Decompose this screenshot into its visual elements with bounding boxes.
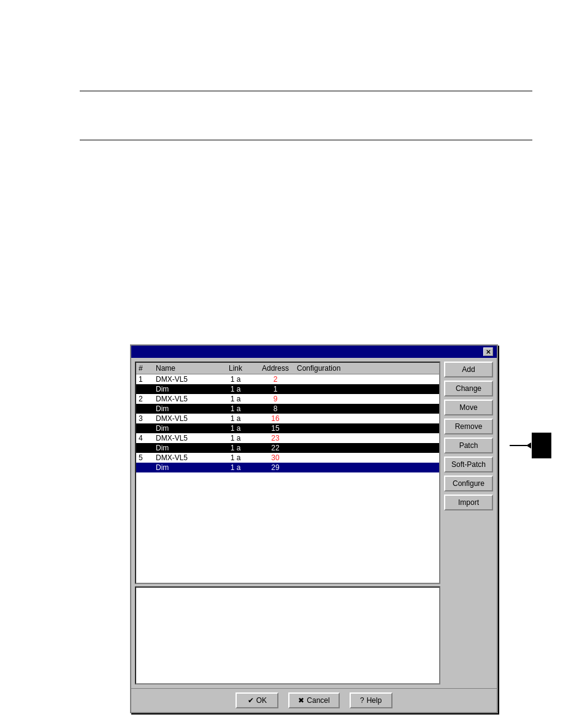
cell-config — [297, 404, 437, 413]
help-icon: ? — [360, 696, 364, 705]
cell-address: 29 — [254, 463, 297, 472]
cell-name: Dim — [156, 444, 217, 452]
cell-name: Dim — [156, 385, 217, 393]
cell-num: 5 — [139, 453, 156, 462]
add-button[interactable]: Add — [444, 362, 493, 377]
cell-link: 1 a — [217, 444, 254, 452]
patch-arrow-indicator — [510, 442, 531, 449]
ok-label: OK — [256, 696, 267, 705]
table-row[interactable]: Dim 1 a 8 — [136, 404, 439, 414]
table-row[interactable]: Dim 1 a 15 — [136, 423, 439, 433]
change-button[interactable]: Change — [444, 381, 493, 396]
cell-num — [139, 444, 156, 452]
cell-name: DMX-VL5 — [156, 414, 217, 423]
soft-patch-button[interactable]: Soft-Patch — [444, 457, 493, 472]
cell-link: 1 a — [217, 385, 254, 393]
import-button[interactable]: Import — [444, 495, 493, 510]
cell-address: 8 — [254, 404, 297, 413]
header-address: Address — [254, 364, 297, 373]
configure-button[interactable]: Configure — [444, 476, 493, 491]
ok-button[interactable]: ✔ OK — [236, 692, 278, 708]
fixture-setup-dialog: ✕ # Name Link Address Configuration 1 DM — [130, 344, 498, 713]
cell-config — [297, 414, 437, 423]
table-row[interactable]: 4 DMX-VL5 1 a 23 — [136, 433, 439, 443]
table-rows[interactable]: 1 DMX-VL5 1 a 2 Dim 1 a 1 2 DMX-VL5 1 a … — [136, 374, 439, 583]
header-link: Link — [217, 364, 254, 373]
top-divider — [80, 91, 532, 91]
dialog-titlebar: ✕ — [131, 346, 497, 358]
cell-num — [139, 404, 156, 413]
header-name: Name — [156, 364, 217, 373]
table-row[interactable]: Dim 1 a 22 — [136, 443, 439, 453]
cell-link: 1 a — [217, 434, 254, 442]
cell-num: 4 — [139, 434, 156, 442]
cell-config — [297, 434, 437, 442]
cell-address: 15 — [254, 424, 297, 433]
cell-name: Dim — [156, 463, 217, 472]
cell-num: 1 — [139, 375, 156, 384]
cell-address: 9 — [254, 395, 297, 403]
cell-name: Dim — [156, 404, 217, 413]
table-row[interactable]: Dim 1 a 29 — [136, 463, 439, 472]
cancel-icon: ✖ — [298, 696, 304, 705]
cell-config — [297, 385, 437, 393]
cell-address: 1 — [254, 385, 297, 393]
header-num: # — [139, 364, 156, 373]
dialog-container: ✕ # Name Link Address Configuration 1 DM — [130, 344, 498, 713]
cell-name: Dim — [156, 424, 217, 433]
patch-button[interactable]: Patch — [444, 438, 493, 453]
cell-num — [139, 424, 156, 433]
cell-link: 1 a — [217, 395, 254, 403]
arrow-line — [510, 445, 527, 446]
cell-link: 1 a — [217, 414, 254, 423]
cancel-label: Cancel — [307, 696, 329, 705]
cell-link: 1 a — [217, 404, 254, 413]
cell-name: DMX-VL5 — [156, 434, 217, 442]
cell-link: 1 a — [217, 453, 254, 462]
patch-button-wrapper: Patch — [444, 438, 493, 453]
cell-link: 1 a — [217, 375, 254, 384]
cell-num: 2 — [139, 395, 156, 403]
cell-num — [139, 463, 156, 472]
header-config: Configuration — [297, 364, 437, 373]
ok-icon: ✔ — [248, 696, 254, 705]
cancel-button[interactable]: ✖ Cancel — [288, 692, 339, 708]
empty-list-area — [135, 586, 440, 684]
table-row[interactable]: 2 DMX-VL5 1 a 9 — [136, 394, 439, 404]
cell-name: DMX-VL5 — [156, 395, 217, 403]
table-row[interactable]: 1 DMX-VL5 1 a 2 — [136, 374, 439, 384]
move-button[interactable]: Move — [444, 400, 493, 415]
cell-config — [297, 444, 437, 452]
table-row[interactable]: 3 DMX-VL5 1 a 16 — [136, 414, 439, 423]
cell-address: 23 — [254, 434, 297, 442]
black-indicator-box — [532, 433, 551, 458]
cell-config — [297, 453, 437, 462]
remove-button[interactable]: Remove — [444, 419, 493, 434]
dialog-footer: ✔ OK ✖ Cancel ? Help — [131, 688, 497, 712]
cell-address: 30 — [254, 453, 297, 462]
cell-config — [297, 463, 437, 472]
cell-config — [297, 395, 437, 403]
cell-link: 1 a — [217, 463, 254, 472]
cell-config — [297, 424, 437, 433]
bottom-divider — [80, 140, 532, 140]
cell-config — [297, 375, 437, 384]
cell-address: 2 — [254, 375, 297, 384]
buttons-panel: Add Change Move Remove Patch Soft-Patch … — [444, 362, 493, 684]
dialog-body: # Name Link Address Configuration 1 DMX-… — [131, 358, 497, 688]
cell-address: 22 — [254, 444, 297, 452]
table-area: # Name Link Address Configuration 1 DMX-… — [135, 362, 440, 684]
help-label: Help — [367, 696, 382, 705]
cell-name: DMX-VL5 — [156, 375, 217, 384]
cell-num: 3 — [139, 414, 156, 423]
cell-link: 1 a — [217, 424, 254, 433]
fixture-table[interactable]: # Name Link Address Configuration 1 DMX-… — [135, 362, 440, 584]
cell-num — [139, 385, 156, 393]
help-button[interactable]: ? Help — [350, 692, 393, 708]
table-row[interactable]: Dim 1 a 1 — [136, 384, 439, 394]
table-header: # Name Link Address Configuration — [136, 363, 439, 374]
close-button[interactable]: ✕ — [483, 347, 493, 356]
table-row[interactable]: 5 DMX-VL5 1 a 30 — [136, 453, 439, 463]
cell-address: 16 — [254, 414, 297, 423]
cell-name: DMX-VL5 — [156, 453, 217, 462]
